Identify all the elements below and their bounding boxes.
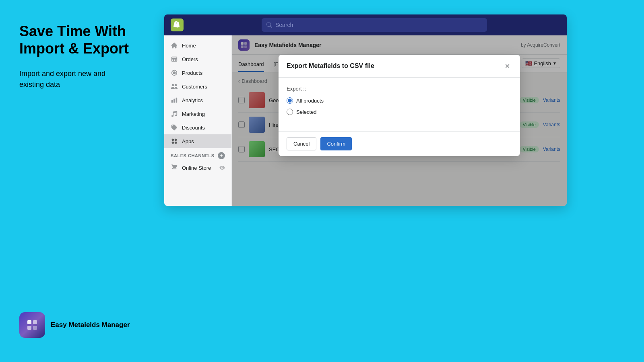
sidebar-item-discounts[interactable]: Discounts (164, 121, 231, 134)
sidebar-item-apps-label: Apps (182, 138, 194, 144)
search-icon (266, 22, 272, 28)
svg-rect-3 (33, 326, 37, 330)
sub-text: Import and export new and existing data (19, 68, 148, 90)
export-modal: Export Metafields to CSV file ✕ Export :… (279, 55, 520, 156)
sidebar-item-orders[interactable]: Orders (164, 52, 231, 66)
shopify-window: Search Home Orders Produc (164, 14, 567, 206)
modal-body: Export :: All products Selected (279, 78, 520, 131)
modal-close-button[interactable]: ✕ (502, 61, 512, 71)
sidebar-item-products-label: Products (182, 70, 202, 76)
option-all-products-label: All products (296, 98, 324, 104)
eye-icon (219, 165, 225, 171)
discounts-icon (171, 124, 178, 131)
content-area: Easy Metafields Manager by AcquireConver… (232, 35, 567, 206)
option-all-products[interactable]: All products (287, 97, 512, 104)
svg-rect-1 (33, 320, 37, 324)
sidebar-item-discounts-label: Discounts (182, 125, 205, 131)
search-bar[interactable]: Search (262, 18, 487, 32)
sidebar-item-customers-label: Customers (182, 84, 207, 90)
search-placeholder: Search (275, 22, 293, 28)
svg-rect-2 (27, 326, 31, 330)
main-heading: Save Time With Import & Export (19, 23, 148, 57)
app-badge-label: Easy Metaields Manager (51, 321, 130, 329)
sidebar-item-analytics[interactable]: Analytics (164, 93, 231, 107)
export-label: Export :: (287, 86, 512, 92)
app-badge: Easy Metaields Manager (19, 312, 130, 338)
apps-icon (171, 138, 178, 145)
radio-all-products[interactable] (287, 97, 293, 104)
sidebar-item-products[interactable]: Products (164, 66, 231, 80)
modal-footer: Cancel Confirm (279, 131, 520, 156)
products-icon (171, 69, 178, 76)
sidebar-item-customers[interactable]: Customers (164, 80, 231, 93)
confirm-button[interactable]: Confirm (320, 137, 352, 150)
online-store-icon (171, 164, 178, 171)
app-badge-icon (19, 312, 45, 338)
export-options: All products Selected (287, 97, 512, 115)
radio-selected[interactable] (287, 109, 293, 115)
sidebar-item-marketing[interactable]: Marketing (164, 107, 231, 121)
shopify-logo (171, 19, 184, 31)
analytics-icon (171, 97, 178, 104)
svg-rect-0 (27, 320, 31, 324)
modal-title: Export Metafields to CSV file (287, 62, 374, 70)
sidebar: Home Orders Products Customers (164, 35, 232, 206)
customers-icon (171, 83, 178, 90)
option-selected-label: Selected (296, 109, 317, 115)
sidebar-item-home[interactable]: Home (164, 39, 231, 52)
marketing-icon (171, 110, 178, 117)
orders-icon (171, 56, 178, 63)
sidebar-item-online-store-label: Online Store (182, 165, 211, 171)
option-selected[interactable]: Selected (287, 109, 512, 115)
add-channel-button[interactable]: + (218, 152, 225, 159)
top-nav: Search (164, 14, 567, 35)
sidebar-item-orders-label: Orders (182, 56, 198, 62)
sidebar-item-analytics-label: Analytics (182, 97, 203, 103)
modal-header: Export Metafields to CSV file ✕ (279, 55, 520, 78)
sidebar-item-marketing-label: Marketing (182, 111, 205, 117)
sidebar-item-online-store[interactable]: Online Store (164, 161, 231, 175)
sales-channels-header: SALES CHANNELS + (164, 148, 231, 161)
sidebar-item-apps[interactable]: Apps (164, 134, 231, 148)
sidebar-item-home-label: Home (182, 43, 196, 49)
modal-overlay: Export Metafields to CSV file ✕ Export :… (232, 35, 567, 206)
main-layout: Home Orders Products Customers (164, 35, 567, 206)
cancel-button[interactable]: Cancel (287, 137, 316, 150)
home-icon (171, 42, 178, 49)
channels-label: SALES CHANNELS (171, 153, 215, 158)
left-panel: Save Time With Import & Export Import an… (19, 23, 148, 90)
